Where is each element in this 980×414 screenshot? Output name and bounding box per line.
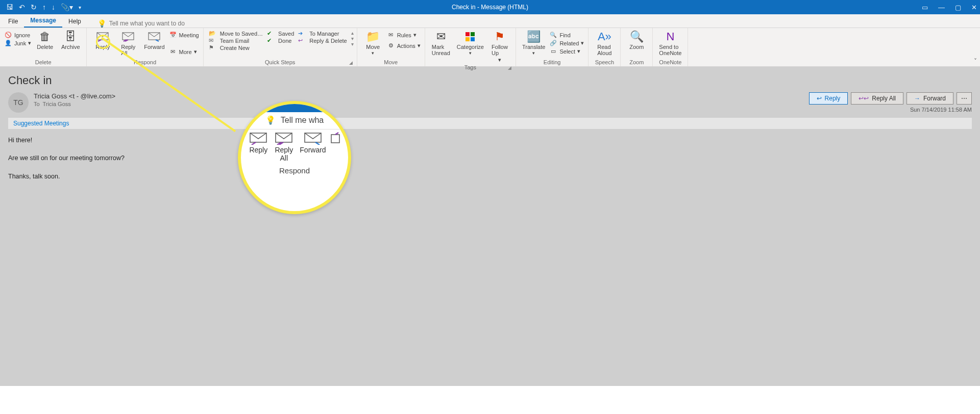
undo-icon[interactable]: ↶: [19, 3, 25, 11]
header-actions: ↩Reply ↩↩Reply All →Forward ⋯: [809, 92, 972, 105]
read-aloud-button[interactable]: A»Read Aloud: [592, 29, 617, 57]
related-icon: 🔗: [549, 40, 557, 46]
group-respond-label: Respond: [90, 59, 200, 66]
header-more-button[interactable]: ⋯: [957, 92, 972, 105]
forward-icon: →: [914, 95, 920, 102]
archive-icon: 🗄: [65, 30, 76, 43]
archive-button[interactable]: 🗄Archive: [58, 29, 83, 51]
group-zoom: 🔍Zoom Zoom: [621, 28, 653, 66]
prev-icon[interactable]: ↑: [42, 3, 46, 11]
save-icon[interactable]: 🖫: [6, 3, 13, 11]
lightbulb-icon: 💡: [265, 115, 276, 125]
arrow-right-icon: ➔: [298, 30, 306, 37]
qs-to-manager[interactable]: ➔To Manager: [298, 30, 347, 37]
qs-done[interactable]: ✔Done: [267, 37, 294, 44]
group-delete: 🚫Ignore 👤Junk ▾ 🗑Delete 🗄Archive Delete: [0, 28, 87, 66]
actions-button[interactable]: ⚙Actions ▾: [386, 42, 422, 49]
delete-button[interactable]: 🗑Delete: [32, 29, 58, 51]
group-editing-label: Editing: [519, 59, 585, 66]
junk-button[interactable]: 👤Junk ▾: [3, 39, 32, 47]
group-tags-label: Tags◢: [428, 64, 512, 71]
reply-icon: ↩: [298, 37, 306, 44]
group-move-label: Move: [360, 59, 422, 66]
move-button[interactable]: 📁Move▾: [360, 29, 386, 57]
forward-button[interactable]: Forward: [141, 29, 167, 51]
qs-team-email[interactable]: ✉Team Email: [209, 37, 263, 44]
ribbon-display-icon[interactable]: ▭: [922, 4, 928, 11]
menu-help[interactable]: Help: [62, 15, 87, 28]
dialog-launcher-icon[interactable]: ◢: [349, 60, 353, 65]
group-speech: A»Read Aloud Speech: [589, 28, 621, 66]
categorize-button[interactable]: Categorize▾: [454, 29, 487, 57]
magnifier-forward: Forward: [300, 132, 326, 162]
folder-move-icon: 📁: [366, 30, 380, 43]
svg-rect-3: [465, 32, 470, 36]
find-button[interactable]: 🔍Find: [548, 31, 585, 39]
message-body: Hi there! Are we still on for our meetin…: [0, 129, 980, 386]
close-icon[interactable]: ✕: [971, 4, 977, 11]
qs-create-new[interactable]: ⚑Create New: [209, 44, 263, 51]
window-title: Check in - Message (HTML): [452, 4, 528, 11]
header-forward-button[interactable]: →Forward: [906, 92, 953, 105]
dialog-launcher-icon[interactable]: ◢: [508, 65, 511, 70]
reply-icon: ↩: [817, 95, 822, 102]
tell-me-search[interactable]: 💡 Tell me what you want to do: [97, 19, 185, 28]
header-reply-button[interactable]: ↩Reply: [809, 92, 848, 105]
group-delete-label: Delete: [3, 59, 83, 66]
from-line: Tricia Goss <t - @live.com>: [34, 92, 115, 100]
ribbon: 🚫Ignore 👤Junk ▾ 🗑Delete 🗄Archive Delete …: [0, 28, 980, 67]
menu-message[interactable]: Message: [24, 14, 62, 28]
magnifier-reply-all: Reply All: [274, 132, 293, 162]
next-icon[interactable]: ↓: [52, 3, 55, 11]
find-icon: 🔍: [549, 32, 557, 38]
annotation-magnifier: 💡Tell me wha Reply Reply All Forward Res…: [238, 101, 351, 214]
menu-bar: File Message Help 💡 Tell me what you wan…: [0, 14, 980, 28]
categorize-icon: [465, 30, 475, 43]
mark-unread-button[interactable]: ✉Mark Unread: [428, 29, 454, 57]
translate-button[interactable]: 🔤Translate▾: [519, 29, 548, 57]
meeting-button[interactable]: 📅Meeting: [168, 31, 200, 39]
more-icon: ✉: [169, 48, 177, 55]
send-onenote-button[interactable]: NSend to OneNote: [656, 29, 684, 57]
message-date: Sun 7/14/2019 11:58 AM: [809, 107, 972, 113]
group-editing: 🔤Translate▾ 🔍Find 🔗Related ▾ ▭Select ▾ E…: [516, 28, 589, 66]
magnifier-calendar: [330, 132, 340, 162]
related-button[interactable]: 🔗Related ▾: [548, 39, 585, 47]
group-tags: ✉Mark Unread Categorize▾ ⚑Follow Up ▾ Ta…: [425, 28, 516, 66]
select-button[interactable]: ▭Select ▾: [548, 47, 585, 55]
suggested-meetings[interactable]: Suggested Meetings: [8, 118, 972, 129]
folder-move-icon: 📂: [209, 30, 217, 37]
qs-scroll[interactable]: ▴▾▾: [351, 29, 354, 48]
minimize-icon[interactable]: —: [938, 4, 945, 11]
header-reply-all-button[interactable]: ↩↩Reply All: [851, 92, 903, 105]
more-respond-button[interactable]: ✉More ▾: [168, 48, 200, 56]
group-speech-label: Speech: [592, 59, 617, 66]
qs-reply-delete[interactable]: ↩Reply & Delete: [298, 37, 347, 44]
read-aloud-icon: A»: [598, 30, 611, 43]
group-onenote: NSend to OneNote OneNote: [653, 28, 688, 66]
zoom-button[interactable]: 🔍Zoom: [624, 29, 649, 51]
group-quick-steps: 📂Move to Saved… ✉Team Email ⚑Create New …: [204, 28, 357, 66]
body-line-1: Hi there!: [8, 135, 972, 146]
flag-icon: ⚑: [209, 44, 217, 51]
follow-up-button[interactable]: ⚑Follow Up ▾: [487, 29, 512, 64]
quick-access-toolbar: 🖫 ↶ ↻ ↑ ↓ 📎▾ ▾: [0, 3, 81, 11]
qs-move-saved[interactable]: 📂Move to Saved…: [209, 30, 263, 37]
svg-rect-10: [331, 135, 339, 143]
reply-all-icon: ↩↩: [859, 95, 869, 102]
qs-saved[interactable]: ✔Saved: [267, 30, 294, 37]
zoom-icon: 🔍: [630, 30, 644, 43]
collapse-ribbon-icon[interactable]: ˅: [974, 58, 977, 65]
qat-customize-icon[interactable]: ▾: [79, 5, 81, 10]
ignore-button[interactable]: 🚫Ignore: [3, 31, 32, 39]
lightbulb-icon: 💡: [97, 19, 106, 28]
rules-button[interactable]: ✉Rules ▾: [386, 31, 422, 39]
maximize-icon[interactable]: ▢: [955, 4, 961, 11]
tell-me-placeholder: Tell me what you want to do: [109, 20, 185, 27]
menu-file[interactable]: File: [2, 15, 24, 28]
forward-icon: [148, 30, 161, 43]
redo-icon[interactable]: ↻: [31, 3, 37, 11]
svg-rect-4: [471, 32, 475, 36]
reply-all-button[interactable]: Reply All: [115, 29, 141, 57]
attach-icon[interactable]: 📎▾: [61, 3, 73, 11]
